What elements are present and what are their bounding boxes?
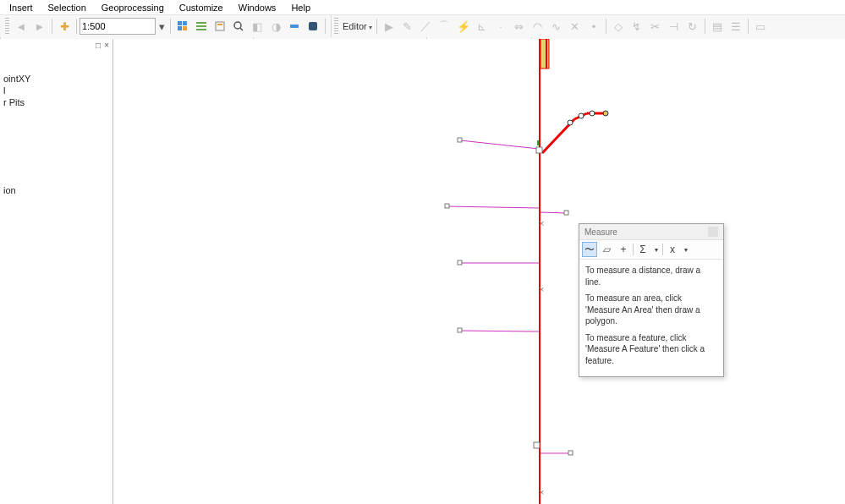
svg-rect-4 — [196, 22, 206, 24]
intersection-icon[interactable]: ✕ — [566, 17, 584, 36]
menu-selection[interactable]: Selection — [41, 1, 94, 14]
scale-dropdown-icon[interactable]: ▾ — [156, 17, 167, 36]
junction-marker-icon — [536, 147, 542, 153]
back-icon[interactable]: ◄ — [12, 17, 30, 36]
separator — [606, 19, 606, 34]
grip-icon[interactable] — [5, 18, 9, 35]
menu-insert[interactable]: Insert — [2, 1, 41, 14]
measure-help-text: To measure a distance, draw a line. To m… — [579, 260, 723, 376]
help-line-2: To measure an area, click 'Measure An Ar… — [585, 293, 717, 327]
point-marker-icon — [458, 138, 462, 142]
list-item[interactable]: ointXY — [3, 73, 109, 85]
menu-bar: Insert Selection Geoprocessing Customize… — [0, 0, 845, 15]
rotate-icon[interactable]: ↻ — [683, 17, 702, 36]
toc-panel-buttons: □ × — [96, 41, 109, 50]
measure-titlebar[interactable]: Measure — [579, 224, 723, 240]
help-line-1: To measure a distance, draw a line. — [585, 265, 717, 288]
straight-segment-icon[interactable]: ／ — [417, 17, 436, 36]
cross-marker-icon: × — [539, 487, 544, 497]
pin-icon[interactable]: □ — [96, 41, 101, 50]
arcglobe-icon[interactable]: ◑ — [266, 17, 285, 36]
point-marker-icon — [568, 451, 573, 455]
edit-vertices-icon[interactable]: ◇ — [609, 17, 628, 36]
list-spacer — [3, 108, 109, 184]
measure-title: Measure — [584, 227, 617, 237]
svg-rect-1 — [183, 21, 187, 25]
svg-rect-5 — [196, 25, 206, 27]
scale-combo[interactable] — [80, 18, 156, 35]
measure-feature-icon[interactable]: + — [616, 242, 631, 257]
vertex-icon — [568, 120, 573, 125]
feature-main-line — [546, 39, 547, 68]
separator — [325, 19, 326, 34]
attributes-icon[interactable]: ▤ — [708, 17, 727, 36]
python-icon[interactable] — [304, 17, 322, 36]
svg-rect-6 — [196, 29, 206, 30]
separator — [748, 19, 749, 34]
svg-rect-11 — [290, 25, 299, 28]
menu-geoprocessing[interactable]: Geoprocessing — [94, 1, 172, 14]
cut-polygon-icon[interactable]: ✂ — [646, 17, 665, 36]
edit-annotation-icon[interactable]: ✎ — [398, 17, 417, 36]
svg-point-9 — [234, 22, 241, 29]
bezier-icon[interactable]: ∿ — [547, 17, 566, 36]
right-angle-icon[interactable]: ⊾ — [473, 17, 491, 36]
menu-customize[interactable]: Customize — [172, 1, 231, 14]
vertex-icon — [603, 111, 608, 116]
svg-rect-2 — [178, 26, 182, 30]
list-item[interactable]: ion — [3, 184, 109, 196]
list-item[interactable]: r Pits — [3, 96, 109, 108]
vertex-icon — [579, 113, 584, 118]
endpoint-arc-icon[interactable]: ⌒ — [436, 17, 454, 36]
edit-tool-icon[interactable]: ▶ — [380, 17, 398, 36]
separator — [376, 19, 377, 34]
separator — [633, 244, 634, 255]
editor-menu[interactable]: Editor — [341, 21, 374, 31]
reshape-icon[interactable]: ↯ — [628, 17, 646, 36]
search-icon[interactable] — [229, 17, 248, 36]
cross-marker-icon: × — [539, 218, 544, 228]
feature-lateral — [460, 331, 539, 331]
separator — [662, 244, 663, 255]
junction-marker-icon — [534, 442, 540, 448]
point-icon[interactable]: • — [584, 17, 603, 36]
toc-list[interactable]: ointXY l r Pits ion — [0, 39, 112, 200]
close-icon[interactable]: × — [104, 41, 109, 50]
measure-area-icon[interactable]: ▱ — [599, 242, 614, 257]
svg-rect-8 — [217, 24, 222, 25]
svg-rect-3 — [183, 26, 187, 30]
sketch-properties-icon[interactable]: ☰ — [727, 17, 745, 36]
midpoint-icon[interactable]: · — [491, 17, 510, 36]
plus-icon[interactable]: ✚ — [55, 17, 74, 36]
clear-icon[interactable]: x — [665, 242, 680, 257]
menu-windows[interactable]: Windows — [231, 1, 284, 14]
create-features-icon[interactable]: ▭ — [751, 17, 770, 36]
close-icon[interactable] — [708, 227, 718, 237]
vertex-icon — [590, 111, 595, 116]
feature-lateral — [460, 140, 539, 149]
forward-icon[interactable]: ► — [30, 17, 49, 36]
catalog-icon[interactable] — [211, 17, 229, 36]
arcscene-icon[interactable]: ◧ — [248, 17, 266, 36]
separator — [170, 19, 171, 34]
list-item[interactable]: l — [3, 85, 109, 96]
point-marker-icon — [458, 328, 462, 332]
menu-help[interactable]: Help — [283, 1, 318, 14]
units-dropdown-icon[interactable]: ▾ — [682, 242, 690, 257]
trace-icon[interactable]: ⚡ — [454, 17, 473, 36]
grip-icon[interactable] — [334, 18, 338, 35]
sum-dropdown-icon[interactable]: ▾ — [652, 242, 661, 257]
toc-icon[interactable] — [192, 17, 211, 36]
cross-marker-icon: × — [539, 284, 544, 294]
sum-icon[interactable]: Σ — [635, 242, 650, 257]
arc-icon[interactable]: ◠ — [529, 17, 547, 36]
split-icon[interactable]: ⊣ — [665, 17, 683, 36]
editor-toolbar-icon[interactable] — [173, 17, 192, 36]
modelbuilder-icon[interactable] — [285, 17, 304, 36]
map-canvas[interactable]: × × × Measure 〜 ▱ + Σ ▾ x ▾ To measure a… — [113, 39, 845, 504]
measure-window[interactable]: Measure 〜 ▱ + Σ ▾ x ▾ To measure a dista… — [579, 223, 724, 377]
measure-line-icon[interactable]: 〜 — [582, 242, 597, 257]
toolbar-editor: Editor ▶ ✎ ／ ⌒ ⚡ ⊾ · ⇔ ◠ ∿ ✕ • ◇ ↯ ✂ ⊣ ↻… — [331, 15, 772, 37]
distance-icon[interactable]: ⇔ — [510, 17, 529, 36]
separator — [52, 19, 52, 34]
